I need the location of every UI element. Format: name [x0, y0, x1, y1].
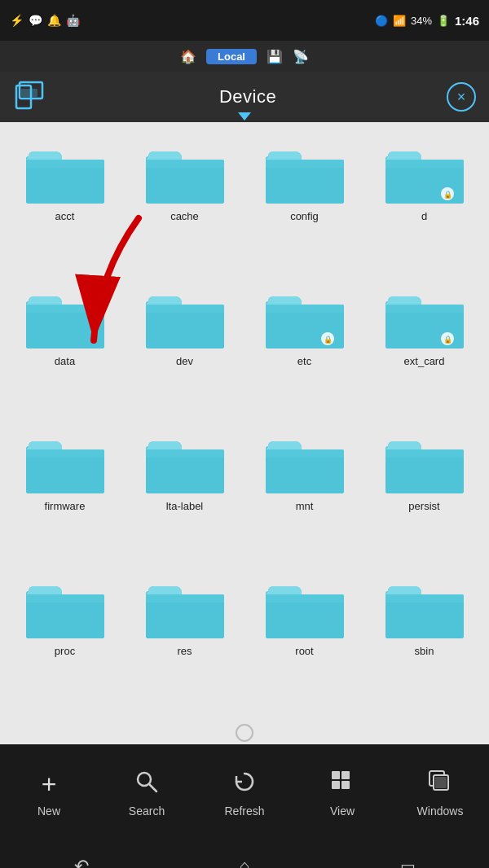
bluetooth-icon: 🔵 — [375, 15, 388, 27]
folder-item-acct[interactable]: acct — [7, 135, 123, 274]
folder-item-firmware[interactable]: firmware — [7, 425, 123, 563]
header: Device × — [0, 72, 489, 122]
toolbar-label-search: Search — [129, 804, 165, 818]
folder-label-d: d — [421, 210, 427, 222]
folder-item-root[interactable]: root — [246, 570, 363, 708]
folder-icon-d: 🔒 — [384, 140, 465, 207]
folder-icon-firmware — [24, 430, 106, 497]
refresh-icon — [232, 769, 257, 800]
folder-label-etc: etc — [297, 355, 311, 367]
search-icon — [134, 769, 159, 800]
status-bar-left: ⚡ 💬 🔔 🤖 — [10, 14, 80, 27]
folder-icon-persist — [384, 430, 465, 497]
svg-rect-38 — [266, 594, 344, 603]
folder-icon-config — [264, 140, 346, 207]
folder-item-lta-label[interactable]: lta-label — [126, 425, 243, 563]
svg-rect-4 — [26, 160, 104, 168]
svg-rect-14 — [26, 305, 104, 313]
svg-rect-50 — [435, 777, 447, 788]
toolbar-item-refresh[interactable]: Refresh — [196, 769, 293, 818]
home-nav-icon[interactable]: 🏠 — [180, 49, 196, 64]
toolbar-label-windows: Windows — [417, 804, 464, 818]
svg-rect-46 — [332, 781, 340, 789]
folder-label-proc: proc — [55, 645, 75, 657]
svg-rect-32 — [385, 449, 464, 458]
notification-icon: 💬 — [29, 14, 42, 27]
svg-rect-10 — [385, 160, 464, 168]
folder-label-dev: dev — [176, 355, 193, 367]
folder-icon-res — [144, 575, 226, 642]
svg-rect-8 — [266, 160, 344, 168]
folder-label-root: root — [295, 645, 313, 657]
folder-label-firmware: firmware — [45, 500, 86, 512]
folder-label-mnt: mnt — [296, 500, 314, 512]
message-icon: 🔔 — [47, 14, 61, 27]
toolbar-item-windows[interactable]: Windows — [391, 769, 489, 818]
toolbar-item-view[interactable]: View — [293, 769, 391, 818]
svg-rect-47 — [341, 781, 350, 789]
svg-rect-2 — [21, 89, 37, 97]
view-icon — [330, 769, 355, 800]
folder-item-sbin[interactable]: sbin — [366, 570, 482, 708]
device-nav-icon[interactable]: 💾 — [267, 49, 283, 64]
close-button[interactable]: × — [447, 82, 476, 112]
folder-icon-lta-label — [144, 430, 226, 497]
folder-item-proc[interactable]: proc — [7, 570, 123, 708]
folder-item-cache[interactable]: cache — [126, 135, 243, 274]
svg-text:🔒: 🔒 — [323, 335, 333, 344]
back-button[interactable]: ↶ — [69, 854, 94, 868]
nav-bar: 🏠 Local 💾 📡 — [0, 41, 489, 72]
folder-item-data[interactable]: data — [7, 280, 123, 419]
folder-label-cache: cache — [170, 210, 199, 222]
folder-label-sbin: sbin — [415, 645, 434, 657]
folder-icon-mnt — [264, 430, 346, 497]
file-grid: acct cache — [0, 122, 489, 721]
folder-label-res: res — [177, 645, 192, 657]
folder-icon-etc: 🔒 — [264, 285, 346, 352]
svg-text:🔒: 🔒 — [443, 190, 452, 199]
android-icon: 🤖 — [66, 14, 80, 27]
time-display: 1:46 — [455, 14, 479, 28]
svg-rect-40 — [385, 594, 464, 603]
toolbar-label-view: View — [330, 804, 355, 818]
svg-rect-26 — [26, 449, 104, 458]
svg-line-43 — [149, 784, 156, 791]
folder-icon-sbin — [384, 575, 465, 642]
folder-label-acct: acct — [55, 210, 75, 222]
svg-text:🔒: 🔒 — [443, 335, 452, 344]
svg-rect-6 — [146, 160, 224, 168]
header-device-icon[interactable] — [13, 79, 49, 115]
svg-rect-18 — [266, 305, 344, 313]
folder-icon-dev — [144, 285, 226, 352]
toolbar-item-search[interactable]: Search — [98, 769, 196, 818]
folder-item-mnt[interactable]: mnt — [246, 425, 363, 563]
folder-icon-root — [264, 575, 346, 642]
folder-item-etc[interactable]: 🔒 etc — [246, 280, 363, 419]
local-label[interactable]: Local — [206, 49, 257, 64]
folder-icon-cache — [144, 140, 226, 207]
bottom-toolbar: + New Search Refresh View — [0, 744, 489, 842]
windows-icon — [428, 769, 452, 800]
folder-item-res[interactable]: res — [126, 570, 243, 708]
folder-item-d[interactable]: 🔒 d — [366, 135, 482, 274]
folder-label-data: data — [55, 355, 75, 367]
folder-label-persist: persist — [408, 500, 439, 512]
signal-icon: 📶 — [393, 15, 406, 27]
svg-rect-45 — [341, 771, 350, 779]
recent-button[interactable]: ▭ — [395, 854, 420, 868]
scroll-indicator — [0, 721, 489, 744]
folder-item-config[interactable]: config — [246, 135, 363, 274]
folder-icon-ext_card: 🔒 — [384, 285, 465, 352]
svg-rect-16 — [146, 305, 224, 313]
folder-item-dev[interactable]: dev — [126, 280, 243, 419]
toolbar-item-new[interactable]: + New — [0, 769, 98, 818]
svg-rect-22 — [385, 305, 464, 313]
toolbar-label-new: New — [37, 804, 60, 818]
home-button[interactable]: ⌂ — [232, 854, 257, 868]
svg-rect-36 — [146, 594, 224, 603]
folder-item-persist[interactable]: persist — [366, 425, 482, 563]
page-title: Device — [49, 86, 447, 107]
wifi-nav-icon[interactable]: 📡 — [293, 49, 309, 64]
folder-item-ext_card[interactable]: 🔒 ext_card — [366, 280, 482, 419]
plus-icon: + — [42, 769, 57, 800]
